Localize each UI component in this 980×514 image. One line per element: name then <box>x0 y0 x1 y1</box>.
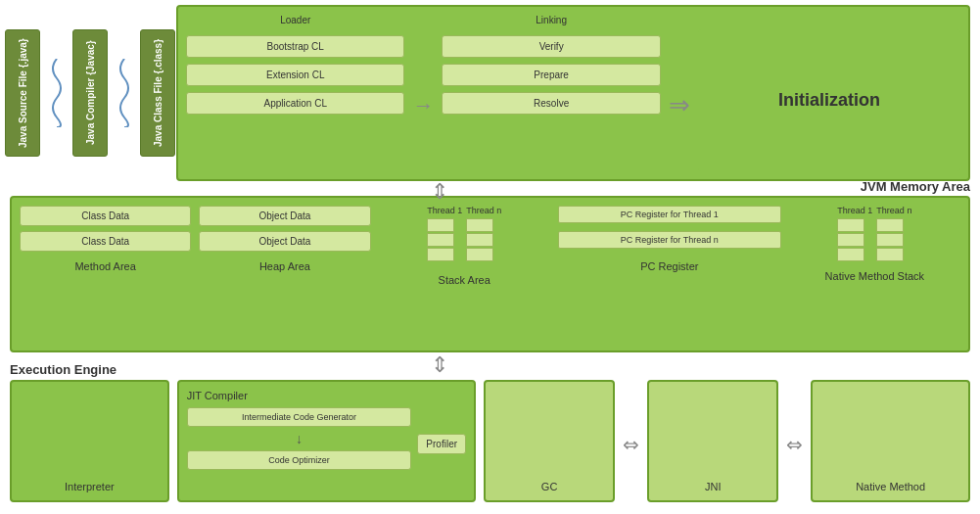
threadn-stack-label: Thread n <box>466 206 501 215</box>
stack-cell-nb <box>466 233 493 247</box>
threadn-stack-col: Thread n <box>466 206 501 261</box>
stack-cell-1a <box>427 218 454 232</box>
native-cell-1c <box>837 248 864 261</box>
execution-engine-section: Interpreter JIT Compiler Intermediate Co… <box>10 380 970 509</box>
native-cell-1b <box>837 233 864 247</box>
native-threads: Thread 1 Thread n <box>837 206 911 261</box>
classloading-section: Loader Bootstrap CL Extension CL Applica… <box>176 5 970 181</box>
gc-label: GC <box>541 481 558 492</box>
init-section-title <box>698 15 960 25</box>
native-stack-title: Native Method Stack <box>825 270 925 282</box>
jni-block: JNI <box>647 380 778 502</box>
native-cell-nb <box>876 233 904 247</box>
execution-engine-label: Execution Engine <box>10 362 117 377</box>
loader-to-linking-arrow: → <box>412 15 434 171</box>
stack-area-title: Stack Area <box>439 274 490 286</box>
java-source-box: Java Source File {.java} <box>5 29 40 157</box>
native-method-label: Native Method <box>856 481 925 492</box>
pc-register-title: PC Register <box>640 260 698 272</box>
loader-section: Loader Bootstrap CL Extension CL Applica… <box>186 15 404 171</box>
diagram-container: Java Source File {.java} Java Compiler {… <box>0 0 980 514</box>
linking-section: Linking Verify Prepare Resolve <box>442 15 660 171</box>
native-cell-nc <box>876 248 904 261</box>
stack-cell-1b <box>427 233 454 247</box>
code-optimizer: Code Optimizer <box>187 450 412 470</box>
heap-area-title: Heap Area <box>259 260 310 272</box>
interpreter-label: Interpreter <box>65 481 115 492</box>
threadn-native-col: Thread n <box>876 206 911 261</box>
object-data-2: Object Data <box>199 231 370 252</box>
memory-section: Class Data Class Data Method Area Object… <box>10 196 970 352</box>
thread1-stack-col: Thread 1 <box>427 206 462 261</box>
thread1-stack-label: Thread 1 <box>427 206 462 215</box>
v-arrow-2: ⇕ <box>431 352 448 378</box>
application-cl: Application CL <box>186 92 404 115</box>
class-data-1: Class Data <box>20 206 191 226</box>
threadn-native-label: Thread n <box>876 206 911 215</box>
object-data-1: Object Data <box>199 206 370 226</box>
stack-cell-nc <box>466 248 493 261</box>
thread1-native-label: Thread 1 <box>837 206 872 215</box>
verify-box: Verify <box>442 35 660 58</box>
stack-threads: Thread 1 Thread n <box>427 206 501 261</box>
pc-register-block: PC Register for Thread 1 PC Register for… <box>558 206 781 272</box>
initialization-box: Initialization <box>698 29 960 171</box>
jvm-memory-label: JVM Memory Area <box>861 179 970 194</box>
linking-to-init-arrow: ⇒ <box>669 15 690 171</box>
native-stack-block: Thread 1 Thread n Native Method Stack <box>789 206 960 282</box>
thread1-native-col: Thread 1 <box>837 206 872 261</box>
bootstrap-cl: Bootstrap CL <box>186 35 404 58</box>
loader-title: Loader <box>186 15 404 25</box>
wavy-line-1 <box>44 54 69 132</box>
stack-area-block: Thread 1 Thread n Stack Area <box>379 206 550 286</box>
resolve-box: Resolve <box>442 92 660 115</box>
java-compiler-box: Java Compiler {Javac} <box>72 29 108 157</box>
gc-block: GC <box>484 380 615 502</box>
stack-cell-na <box>466 218 493 232</box>
wavy-line-2 <box>112 54 136 132</box>
stack-cell-1c <box>427 248 454 261</box>
java-class-box: Java Class File {.class} <box>140 29 175 157</box>
jni-native-arrow: ⇔ <box>786 433 803 456</box>
native-method-block: Native Method <box>811 380 970 502</box>
interpreter-block: Interpreter <box>10 380 169 502</box>
initialization-section: Initialization <box>698 15 960 171</box>
extension-cl: Extension CL <box>186 64 404 86</box>
intermediate-code-gen: Intermediate Code Generator <box>187 407 412 427</box>
jit-down-arrow: ↓ <box>296 431 303 446</box>
pc-threadn: PC Register for Thread n <box>558 231 781 249</box>
jit-block: JIT Compiler Intermediate Code Generator… <box>177 380 476 502</box>
jni-label: JNI <box>705 481 722 492</box>
native-cell-1a <box>837 218 864 232</box>
pc-thread1: PC Register for Thread 1 <box>558 206 781 223</box>
class-data-2: Class Data <box>20 231 191 252</box>
jit-left: Intermediate Code Generator ↓ Code Optim… <box>187 407 412 470</box>
native-cell-na <box>876 218 904 232</box>
method-area-block: Class Data Class Data Method Area <box>20 206 191 272</box>
gc-jni-arrow: ⇔ <box>623 433 639 456</box>
heap-area-block: Object Data Object Data Heap Area <box>199 206 370 272</box>
jit-inner: Intermediate Code Generator ↓ Code Optim… <box>187 407 466 470</box>
jit-title: JIT Compiler <box>187 390 466 401</box>
v-arrow-1: ⇕ <box>431 179 448 205</box>
profiler-box: Profiler <box>417 434 466 454</box>
method-area-title: Method Area <box>74 260 135 272</box>
prepare-box: Prepare <box>442 64 660 86</box>
linking-title: Linking <box>442 15 660 25</box>
